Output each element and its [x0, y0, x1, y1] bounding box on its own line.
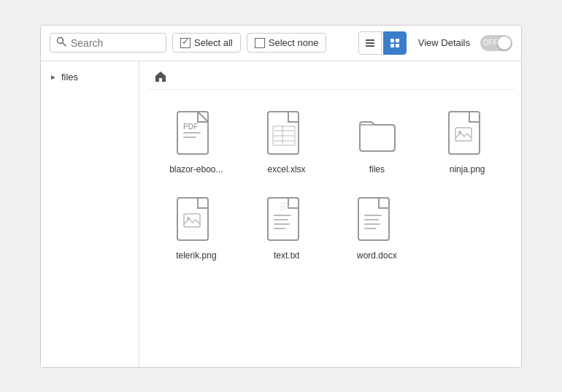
- list-view-button[interactable]: [358, 31, 382, 55]
- svg-rect-19: [449, 112, 480, 154]
- svg-rect-26: [274, 215, 291, 216]
- chevron-right-icon: ►: [50, 73, 57, 81]
- view-details-toggle[interactable]: OFF: [480, 35, 512, 51]
- svg-rect-33: [364, 223, 380, 225]
- svg-rect-22: [177, 198, 208, 240]
- toggle-knob: [498, 36, 511, 50]
- svg-rect-29: [274, 228, 285, 229]
- file-item[interactable]: files: [335, 101, 420, 182]
- file-manager-window: Select all Select none: [40, 25, 522, 368]
- svg-rect-28: [274, 223, 290, 225]
- svg-point-0: [58, 38, 63, 44]
- svg-rect-10: [183, 132, 201, 134]
- file-icon-excel: [265, 109, 309, 160]
- file-name: ninja.png: [450, 164, 485, 174]
- svg-rect-5: [390, 39, 394, 42]
- file-item[interactable]: PDF blazor-eboo...: [154, 101, 239, 182]
- main-area: ► files: [41, 61, 521, 367]
- svg-rect-27: [274, 219, 288, 220]
- file-grid: PDF blazor-eboo...: [148, 96, 515, 274]
- file-name: word.docx: [357, 250, 397, 261]
- select-none-label: Select none: [269, 37, 319, 48]
- breadcrumb: [148, 67, 515, 90]
- svg-rect-13: [268, 112, 299, 154]
- file-name: excel.xlsx: [268, 164, 306, 174]
- sidebar-item-files[interactable]: ► files: [41, 67, 139, 87]
- svg-rect-2: [366, 39, 374, 41]
- file-item[interactable]: excel.xlsx: [245, 101, 329, 182]
- toolbar: Select all Select none: [41, 26, 521, 61]
- file-item[interactable]: ninja.png: [425, 101, 509, 182]
- select-all-button[interactable]: Select all: [172, 33, 241, 53]
- file-item[interactable]: text.txt: [245, 188, 329, 268]
- file-name: telerik.png: [176, 250, 216, 261]
- svg-rect-7: [390, 44, 394, 47]
- file-icon-folder: [355, 109, 399, 160]
- search-input[interactable]: [71, 37, 160, 49]
- file-area: PDF blazor-eboo...: [142, 61, 521, 367]
- grid-view-button[interactable]: [383, 31, 407, 55]
- svg-rect-3: [366, 42, 374, 44]
- sidebar-item-label: files: [61, 72, 78, 82]
- svg-text:PDF: PDF: [183, 123, 198, 131]
- search-box[interactable]: [50, 33, 166, 53]
- file-item[interactable]: word.docx: [335, 188, 420, 268]
- svg-rect-11: [183, 137, 196, 138]
- svg-rect-34: [364, 228, 376, 229]
- view-details-label: View Details: [418, 37, 470, 48]
- svg-rect-6: [396, 39, 399, 42]
- select-all-icon: [180, 38, 190, 48]
- toggle-off-label: OFF: [483, 39, 498, 47]
- home-icon[interactable]: [154, 70, 167, 86]
- file-icon-word: [355, 195, 399, 246]
- file-icon-text: [265, 195, 309, 246]
- svg-rect-31: [364, 215, 382, 216]
- file-name: text.txt: [274, 250, 299, 261]
- file-icon-image: [445, 109, 489, 160]
- svg-line-1: [63, 43, 66, 46]
- sidebar: ► files: [41, 61, 139, 367]
- svg-rect-8: [396, 44, 399, 47]
- file-icon-image2: [174, 195, 218, 246]
- file-item[interactable]: telerik.png: [154, 188, 239, 268]
- svg-rect-32: [364, 219, 379, 220]
- view-toggle-group: [358, 31, 407, 55]
- file-name: blazor-eboo...: [169, 164, 223, 174]
- search-icon: [56, 36, 66, 49]
- select-none-button[interactable]: Select none: [247, 33, 327, 53]
- svg-rect-4: [366, 45, 374, 47]
- select-none-icon: [255, 38, 265, 48]
- file-icon-pdf: PDF: [174, 109, 218, 160]
- select-all-label: Select all: [194, 37, 233, 48]
- file-name: files: [369, 164, 385, 174]
